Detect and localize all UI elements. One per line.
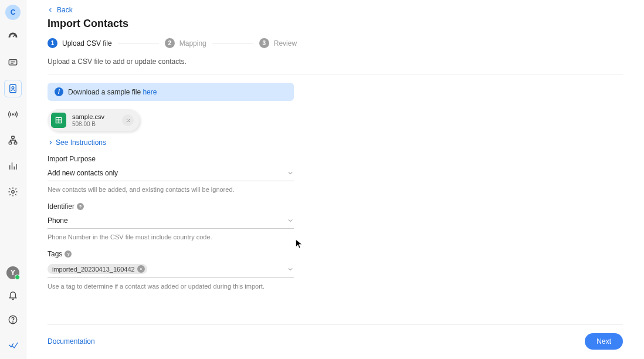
- dashboard-icon[interactable]: [4, 28, 22, 46]
- download-sample-banner: i Download a sample file here: [48, 83, 294, 101]
- workflow-icon[interactable]: [4, 131, 22, 149]
- step-upload[interactable]: 1 Upload CSV file: [48, 38, 112, 48]
- field-help: Phone Number in the CSV file must includ…: [48, 233, 294, 241]
- banner-text: Download a sample file: [68, 88, 143, 96]
- info-icon: i: [55, 87, 63, 96]
- step-label: Upload CSV file: [62, 39, 112, 48]
- select-value: Phone: [48, 216, 68, 225]
- svg-rect-0: [9, 60, 17, 65]
- import-purpose-select[interactable]: Add new contacts only: [48, 167, 294, 181]
- field-help: Use a tag to determine if a contact was …: [48, 283, 294, 290]
- instructions-label: See Instructions: [56, 138, 106, 147]
- remove-tag-button[interactable]: [137, 265, 145, 273]
- svg-rect-4: [12, 136, 15, 138]
- see-instructions-toggle[interactable]: See Instructions: [48, 138, 623, 147]
- download-sample-link[interactable]: here: [143, 88, 157, 96]
- identifier-select[interactable]: Phone: [48, 214, 294, 229]
- step-number: 1: [48, 38, 57, 48]
- file-size: 508.00 B: [72, 121, 104, 127]
- step-review[interactable]: 3 Review: [259, 38, 297, 48]
- uploaded-file-chip: sample.csv 508.00 B: [48, 109, 140, 131]
- select-value: Add new contacts only: [48, 169, 118, 177]
- divider: [48, 74, 623, 74]
- field-label: Identifier: [48, 202, 74, 211]
- reports-icon[interactable]: [4, 157, 22, 175]
- field-label: Tags: [48, 250, 62, 258]
- step-divider: [212, 43, 253, 43]
- step-label: Review: [274, 39, 297, 48]
- svg-rect-5: [9, 142, 12, 144]
- chevron-down-icon: [287, 217, 294, 224]
- spreadsheet-icon: [51, 113, 66, 128]
- back-label: Back: [57, 6, 73, 14]
- chevron-right-icon: [48, 140, 53, 145]
- help-icon[interactable]: ?: [77, 203, 84, 210]
- svg-point-2: [12, 87, 14, 89]
- chevron-down-icon: [287, 266, 294, 273]
- file-name: sample.csv: [72, 113, 104, 120]
- settings-icon[interactable]: [4, 183, 22, 201]
- tag-label: imported_20230413_160442: [52, 266, 135, 273]
- svg-point-3: [12, 114, 13, 115]
- import-purpose-field: Import Purpose Add new contacts only New…: [48, 155, 294, 193]
- notifications-icon[interactable]: [4, 286, 22, 304]
- chevron-left-icon: [48, 7, 53, 13]
- step-label: Mapping: [179, 39, 206, 48]
- footer: Documentation Next: [48, 324, 623, 359]
- step-number: 2: [165, 38, 175, 48]
- chevron-down-icon: [287, 170, 294, 177]
- broadcast-icon[interactable]: [4, 106, 22, 123]
- back-button[interactable]: Back: [48, 6, 623, 14]
- tags-field: Tags ? imported_20230413_160442 Use a ta…: [48, 250, 294, 290]
- field-label: Import Purpose: [48, 155, 294, 163]
- svg-rect-6: [14, 142, 17, 144]
- svg-point-7: [12, 191, 15, 194]
- close-icon: [139, 267, 143, 271]
- contacts-icon[interactable]: [4, 80, 22, 97]
- step-mapping[interactable]: 2 Mapping: [165, 38, 206, 48]
- workspace-avatar[interactable]: C: [5, 5, 21, 20]
- main-content: Back Import Contacts 1 Upload CSV file 2…: [26, 0, 644, 359]
- next-button[interactable]: Next: [585, 333, 623, 350]
- step-number: 3: [259, 38, 269, 48]
- remove-file-button[interactable]: [122, 114, 134, 126]
- brand-icon[interactable]: [4, 336, 22, 353]
- close-icon: [126, 118, 131, 123]
- chat-icon[interactable]: [4, 54, 22, 72]
- help-icon[interactable]: [4, 311, 22, 328]
- step-divider: [118, 43, 159, 43]
- page-description: Upload a CSV file to add or update conta…: [48, 57, 623, 66]
- help-icon[interactable]: ?: [65, 250, 72, 258]
- stepper: 1 Upload CSV file 2 Mapping 3 Review: [48, 38, 623, 48]
- documentation-link[interactable]: Documentation: [48, 337, 95, 346]
- page-title: Import Contacts: [48, 18, 623, 30]
- sidebar: C Y: [0, 0, 26, 359]
- field-help: New contacts will be added, and existing…: [48, 186, 294, 193]
- svg-point-9: [13, 321, 13, 322]
- tags-select[interactable]: imported_20230413_160442: [48, 262, 294, 278]
- identifier-field: Identifier ? Phone Phone Number in the C…: [48, 202, 294, 241]
- user-avatar[interactable]: Y: [6, 266, 19, 279]
- tag-chip: imported_20230413_160442: [48, 264, 147, 274]
